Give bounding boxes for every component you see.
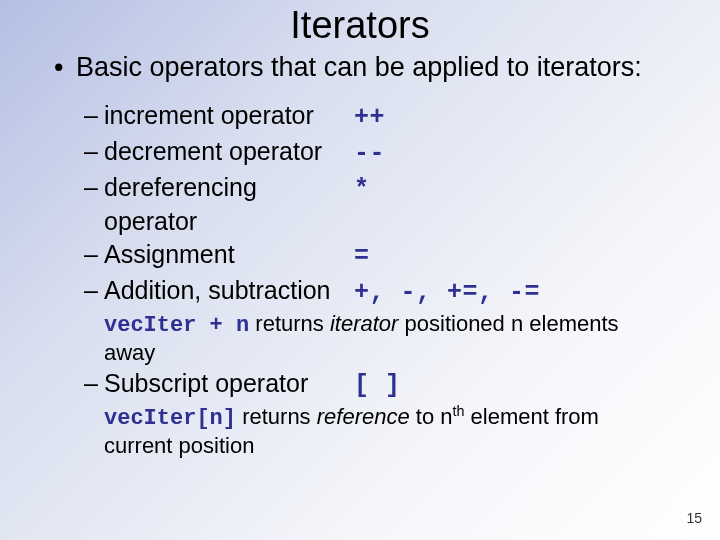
desc-text: returns xyxy=(236,404,317,429)
op-row-addition: – Addition, subtraction +, -, +=, -= xyxy=(84,274,690,310)
addition-description: vecIter + n returns iterator positioned … xyxy=(104,310,690,367)
code-span: vecIter[n] xyxy=(104,406,236,431)
op-label: Subscript operator xyxy=(104,367,354,401)
code-span: vecIter + n xyxy=(104,313,249,338)
op-symbol: * xyxy=(354,173,690,207)
dash-icon: – xyxy=(84,238,104,272)
desc-italic: iterator xyxy=(330,311,398,336)
page-number: 15 xyxy=(686,510,702,526)
op-symbol: [ ] xyxy=(354,369,690,403)
op-symbol: = xyxy=(354,240,690,274)
desc-italic: reference xyxy=(317,404,410,429)
slide-title: Iterators xyxy=(0,0,720,47)
op-symbol: -- xyxy=(354,137,690,171)
subscript-description: vecIter[n] returns reference to nth elem… xyxy=(104,403,690,460)
op-label: Addition, subtraction xyxy=(104,274,354,308)
dash-icon: – xyxy=(84,135,104,169)
op-label: dereferencing operator xyxy=(104,171,354,239)
slide-content: Basic operators that can be applied to i… xyxy=(0,51,720,460)
op-label: Assignment xyxy=(104,238,354,272)
desc-text: to n xyxy=(410,404,453,429)
op-row-decrement: – decrement operator -- xyxy=(84,135,690,171)
dash-icon: – xyxy=(84,99,104,133)
op-row-increment: – increment operator ++ xyxy=(84,99,690,135)
op-row-subscript: – Subscript operator [ ] xyxy=(84,367,690,403)
op-symbol: +, -, +=, -= xyxy=(354,276,690,310)
op-symbol: ++ xyxy=(354,101,690,135)
desc-text: returns xyxy=(249,311,330,336)
dash-icon: – xyxy=(84,171,104,205)
superscript: th xyxy=(453,403,465,419)
dash-icon: – xyxy=(84,367,104,401)
intro-bullet: Basic operators that can be applied to i… xyxy=(54,51,690,83)
op-row-assignment: – Assignment = xyxy=(84,238,690,274)
op-label: decrement operator xyxy=(104,135,354,169)
operator-list: – increment operator ++ – decrement oper… xyxy=(84,99,690,460)
slide: Iterators Basic operators that can be ap… xyxy=(0,0,720,540)
dash-icon: – xyxy=(84,274,104,308)
op-row-dereference: – dereferencing operator * xyxy=(84,171,690,239)
op-label: increment operator xyxy=(104,99,354,133)
